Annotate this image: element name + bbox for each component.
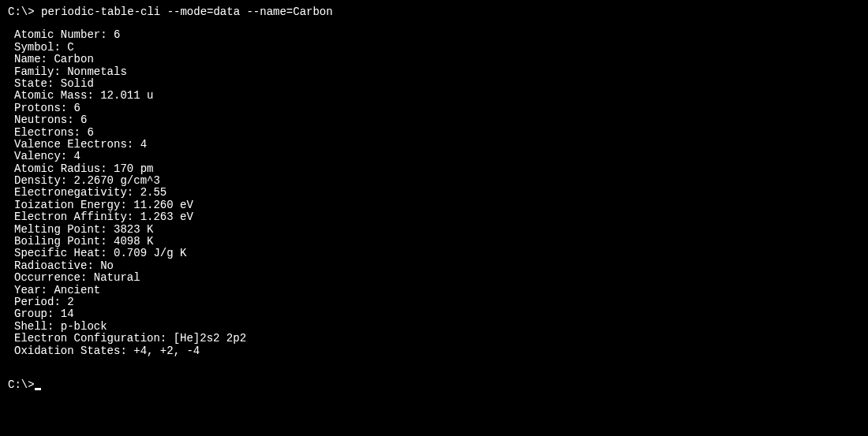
output-line: Name: Carbon bbox=[14, 54, 860, 65]
output-line: Oxidation States: +4, +2, -4 bbox=[14, 345, 860, 357]
output-line: Electronegativity: 2.55 bbox=[14, 187, 860, 199]
output-line: State: Solid bbox=[14, 78, 860, 90]
command-text: periodic-table-cli --mode=data --name=Ca… bbox=[35, 6, 333, 18]
output-line: Atomic Radius: 170 pm bbox=[14, 163, 860, 175]
output-line: Density: 2.2670 g/cm^3 bbox=[14, 175, 860, 187]
output-line: Protons: 6 bbox=[14, 102, 860, 114]
output-line: Melting Point: 3823 K bbox=[14, 224, 860, 236]
output-line: Group: 14 bbox=[14, 308, 860, 320]
output-line: Period: 2 bbox=[14, 296, 860, 308]
output-line: Electron Affinity: 1.263 eV bbox=[14, 211, 860, 223]
output-line: Specific Heat: 0.709 J/g K bbox=[14, 248, 860, 259]
prompt-prefix: C:\> bbox=[8, 378, 35, 391]
output-line: Occurrence: Natural bbox=[14, 272, 860, 284]
output-line: Year: Ancient bbox=[14, 285, 860, 296]
output-line: Radioactive: No bbox=[14, 260, 860, 272]
output-line: Family: Nonmetals bbox=[14, 66, 860, 78]
command-prompt-line-2[interactable]: C:\> bbox=[8, 379, 860, 391]
output-line: Symbol: C bbox=[14, 42, 860, 54]
output-line: Atomic Number: 6 bbox=[14, 29, 860, 41]
output-line: Neutrons: 6 bbox=[14, 114, 860, 126]
output-line: Boiling Point: 4098 K bbox=[14, 236, 860, 248]
output-line: Shell: p-block bbox=[14, 321, 860, 333]
cursor-icon bbox=[35, 388, 41, 390]
output-line: Atomic Mass: 12.011 u bbox=[14, 90, 860, 102]
command-output-block: Atomic Number: 6 Symbol: C Name: Carbon … bbox=[8, 29, 860, 357]
output-line: Electrons: 6 bbox=[14, 127, 860, 139]
output-line: Ioization Energy: 11.260 eV bbox=[14, 199, 860, 211]
command-prompt-line-1: C:\> periodic-table-cli --mode=data --na… bbox=[8, 6, 860, 18]
output-line: Valency: 4 bbox=[14, 151, 860, 162]
output-line: Electron Configuration: [He]2s2 2p2 bbox=[14, 333, 860, 345]
output-line: Valence Electrons: 4 bbox=[14, 139, 860, 151]
prompt-prefix: C:\> bbox=[8, 6, 35, 18]
